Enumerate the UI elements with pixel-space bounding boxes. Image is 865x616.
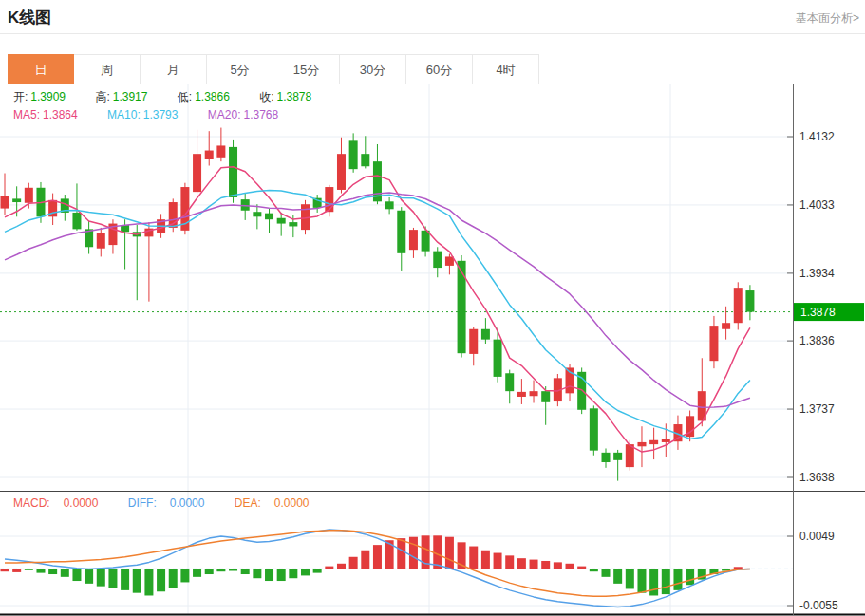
ma5-label: MA5: [13, 108, 40, 121]
y-axis-label: 1.4033 [799, 198, 835, 212]
ma5-value: 1.3864 [43, 108, 78, 121]
kline-chart-widget: K线图 基本面分析> 日 周 月 5分 15分 30分 60分 4时 1.413… [0, 0, 865, 616]
y-axis-label: 0.0049 [799, 530, 835, 543]
low-label: 低: [178, 90, 192, 103]
close-label: 收: [259, 90, 273, 103]
ma-legend: MA5:1.3864 MA10:1.3793 MA20:1.3768 [13, 108, 305, 121]
high-value: 1.3917 [113, 90, 148, 103]
y-axis-label: 1.4132 [799, 130, 835, 143]
ma10-value: 1.3793 [143, 108, 179, 121]
current-price-tag: 1.3878 [794, 303, 864, 321]
y-axis-label: 1.3737 [799, 402, 835, 416]
tab-week[interactable]: 周 [74, 54, 141, 84]
candles-layer [1, 128, 755, 481]
tab-30min[interactable]: 30分 [340, 54, 406, 84]
period-tabs: 日 周 月 5分 15分 30分 60分 4时 [8, 54, 539, 84]
y-axis-label: -0.0055 [799, 599, 838, 612]
y-axis-label: 1.3638 [799, 471, 835, 484]
current-price-label: 1.3878 [800, 306, 836, 319]
macd-histogram-layer [1, 535, 743, 595]
dea-value: 0.0000 [274, 496, 310, 510]
tab-day[interactable]: 日 [8, 54, 74, 84]
y-axis-label: 1.3934 [799, 267, 835, 280]
close-value: 1.3878 [277, 90, 312, 103]
tab-month[interactable]: 月 [141, 54, 207, 84]
low-value: 1.3866 [195, 90, 230, 103]
gridlines [0, 84, 793, 614]
ohlc-legend: 开:1.3909 高:1.3917 低:1.3866 收:1.3878 [13, 89, 338, 105]
y-axis-label: 1.3836 [799, 334, 835, 347]
diff-label: DIFF: [128, 496, 157, 510]
macd-legend: MACD:0.0000 DIFF:0.0000 DEA:0.0000 [13, 496, 335, 510]
ma20-label: MA20: [208, 108, 241, 121]
high-label: 高: [95, 90, 109, 103]
tab-5min[interactable]: 5分 [207, 54, 273, 84]
ma10-label: MA10: [107, 108, 141, 121]
diff-value: 0.0000 [170, 496, 205, 510]
tab-4hour[interactable]: 4时 [473, 54, 539, 84]
y-axis-labels: 1.41321.40331.39341.38361.37371.36380.00… [787, 130, 838, 612]
dea-label: DEA: [235, 496, 261, 510]
open-value: 1.3909 [30, 90, 66, 103]
macd-label: MACD: [13, 496, 50, 510]
tab-15min[interactable]: 15分 [273, 54, 340, 84]
tab-60min[interactable]: 60分 [406, 54, 473, 84]
macd-value: 0.0000 [64, 496, 99, 510]
ma20-value: 1.3768 [243, 108, 278, 121]
open-label: 开: [13, 90, 28, 103]
